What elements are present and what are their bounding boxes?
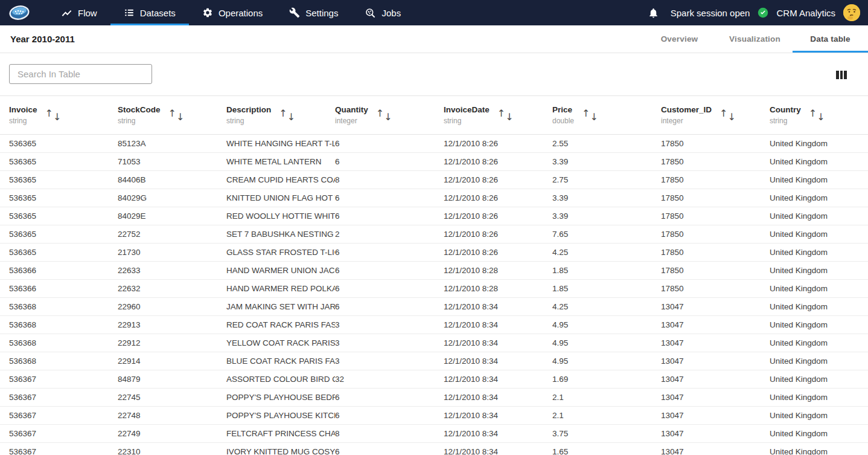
column-header-Customer_ID[interactable]: Customer_IDinteger↑↓ bbox=[661, 105, 770, 125]
status-check-icon bbox=[758, 7, 768, 18]
table-cell: 6 bbox=[335, 407, 444, 424]
table-cell: 22745 bbox=[118, 389, 226, 406]
table-cell: United Kingdom bbox=[770, 443, 868, 455]
sort-icon[interactable]: ↑↓ bbox=[497, 111, 514, 120]
table-cell: 13047 bbox=[661, 370, 770, 388]
table-cell: 17850 bbox=[661, 135, 770, 152]
table-cell: 12/1/2010 8:26 bbox=[444, 171, 552, 189]
column-type: integer bbox=[335, 117, 368, 125]
table-cell: BLUE COAT RACK PARIS FASHI bbox=[226, 352, 335, 370]
table-header-row: Invoicestring↑↓StockCodestring↑↓Descript… bbox=[0, 96, 868, 135]
table-toolbar bbox=[0, 53, 868, 95]
column-type: double bbox=[552, 117, 574, 125]
table-cell: United Kingdom bbox=[770, 171, 868, 189]
tab-overview[interactable]: Overview bbox=[642, 25, 717, 53]
nav-item-operations[interactable]: Operations bbox=[189, 0, 276, 25]
table-cell: 4.95 bbox=[552, 316, 661, 334]
sort-icon[interactable]: ↑↓ bbox=[720, 111, 736, 120]
column-name: Customer_ID bbox=[661, 105, 712, 115]
column-header-InvoiceDate[interactable]: InvoiceDatestring↑↓ bbox=[444, 105, 552, 125]
table-cell: 21730 bbox=[118, 244, 226, 261]
table-cell: United Kingdom bbox=[770, 425, 868, 442]
table-row: 53636585123AWHITE HANGING HEART T-LIGH61… bbox=[0, 135, 868, 153]
sort-icon[interactable]: ↑↓ bbox=[809, 111, 825, 120]
nav-item-jobs[interactable]: Jobs bbox=[351, 0, 414, 25]
table-cell: 12/1/2010 8:34 bbox=[444, 389, 552, 406]
table-cell: 12/1/2010 8:26 bbox=[444, 135, 552, 152]
table-row: 53636722745POPPY'S PLAYHOUSE BEDROO612/1… bbox=[0, 389, 868, 407]
tab-data-table[interactable]: Data table bbox=[793, 25, 868, 53]
columns-icon-bar bbox=[844, 71, 847, 79]
nav-item-settings[interactable]: Settings bbox=[276, 0, 351, 25]
table-cell: 1.65 bbox=[552, 443, 661, 455]
table-cell: 6 bbox=[335, 244, 444, 261]
sort-icon[interactable]: ↑↓ bbox=[376, 111, 392, 120]
nav-item-label: Operations bbox=[219, 8, 263, 18]
table-cell: 17850 bbox=[661, 189, 770, 207]
column-header-Invoice[interactable]: Invoicestring↑↓ bbox=[9, 105, 118, 125]
sort-icon[interactable]: ↑↓ bbox=[45, 111, 62, 120]
table-cell: 536367 bbox=[9, 407, 118, 424]
table-cell: 2.1 bbox=[552, 407, 661, 424]
table-cell: 2 bbox=[335, 225, 444, 243]
table-cell: FELTCRAFT PRINCESS CHARLO bbox=[226, 425, 335, 442]
table-cell: 22748 bbox=[118, 407, 226, 424]
column-name: Description bbox=[226, 105, 271, 115]
table-cell: 17850 bbox=[661, 244, 770, 261]
table-cell: HAND WARMER RED POLKA DO bbox=[226, 280, 335, 297]
app-logo[interactable] bbox=[8, 3, 31, 22]
table-cell: 13047 bbox=[661, 298, 770, 315]
table-cell: KNITTED UNION FLAG HOT WAT bbox=[226, 189, 335, 207]
sort-icon[interactable]: ↑↓ bbox=[279, 111, 295, 120]
nav-item-flow[interactable]: Flow bbox=[48, 0, 110, 25]
table-cell: 22633 bbox=[118, 262, 226, 279]
table-cell: 13047 bbox=[661, 334, 770, 352]
data-table: Invoicestring↑↓StockCodestring↑↓Descript… bbox=[0, 95, 868, 455]
table-cell: 17850 bbox=[661, 153, 770, 170]
nav-item-datasets[interactable]: Datasets bbox=[110, 0, 189, 25]
tab-visualization[interactable]: Visualization bbox=[717, 25, 793, 53]
table-cell: 7.65 bbox=[552, 225, 661, 243]
column-header-StockCode[interactable]: StockCodestring↑↓ bbox=[118, 105, 226, 125]
table-cell: 2.75 bbox=[552, 171, 661, 189]
sort-icon[interactable]: ↑↓ bbox=[168, 111, 185, 120]
search-input[interactable] bbox=[9, 64, 152, 84]
settings-wrench-icon bbox=[289, 7, 300, 18]
table-cell: 6 bbox=[335, 389, 444, 406]
table-cell: United Kingdom bbox=[770, 298, 868, 315]
table-cell: 1.69 bbox=[552, 370, 661, 388]
notifications-bell-icon[interactable] bbox=[648, 7, 659, 19]
table-cell: 17850 bbox=[661, 280, 770, 297]
table-body: 53636585123AWHITE HANGING HEART T-LIGH61… bbox=[0, 135, 868, 455]
table-row: 53636822914BLUE COAT RACK PARIS FASHI312… bbox=[0, 352, 868, 370]
table-cell: GLASS STAR FROSTED T-LIGHT bbox=[226, 244, 335, 261]
table-cell: 536368 bbox=[9, 334, 118, 352]
table-cell: 12/1/2010 8:34 bbox=[444, 407, 552, 424]
tab-label: Data table bbox=[810, 34, 850, 44]
column-header-Price[interactable]: Pricedouble↑↓ bbox=[552, 105, 661, 125]
table-cell: 6 bbox=[335, 443, 444, 455]
table-cell: IVORY KNITTED MUG COSY bbox=[226, 443, 335, 455]
column-type: string bbox=[9, 117, 37, 125]
table-cell: United Kingdom bbox=[770, 334, 868, 352]
table-cell: YELLOW COAT RACK PARIS FAS bbox=[226, 334, 335, 352]
table-row: 53636584029ERED WOOLLY HOTTIE WHITE HE61… bbox=[0, 207, 868, 225]
table-cell: 84029G bbox=[118, 189, 226, 207]
table-cell: 12/1/2010 8:26 bbox=[444, 225, 552, 243]
column-header-Description[interactable]: Descriptionstring↑↓ bbox=[226, 105, 335, 125]
table-cell: 17850 bbox=[661, 262, 770, 279]
table-cell: 6 bbox=[335, 135, 444, 152]
nav-right-cluster: Spark session open CRM Analytics bbox=[648, 4, 868, 21]
columns-icon-bar bbox=[836, 71, 839, 79]
table-cell: 536365 bbox=[9, 171, 118, 189]
user-avatar[interactable] bbox=[843, 4, 860, 21]
table-cell: 32 bbox=[335, 370, 444, 388]
sort-icon[interactable]: ↑↓ bbox=[582, 111, 598, 120]
column-type: string bbox=[770, 117, 801, 125]
table-cell: RED COAT RACK PARIS FASHIO bbox=[226, 316, 335, 334]
columns-icon[interactable] bbox=[836, 71, 847, 79]
table-cell: 71053 bbox=[118, 153, 226, 170]
column-header-Quantity[interactable]: Quantityinteger↑↓ bbox=[335, 105, 444, 125]
column-header-Country[interactable]: Countrystring↑↓ bbox=[770, 105, 868, 125]
table-cell: 85123A bbox=[118, 135, 226, 152]
